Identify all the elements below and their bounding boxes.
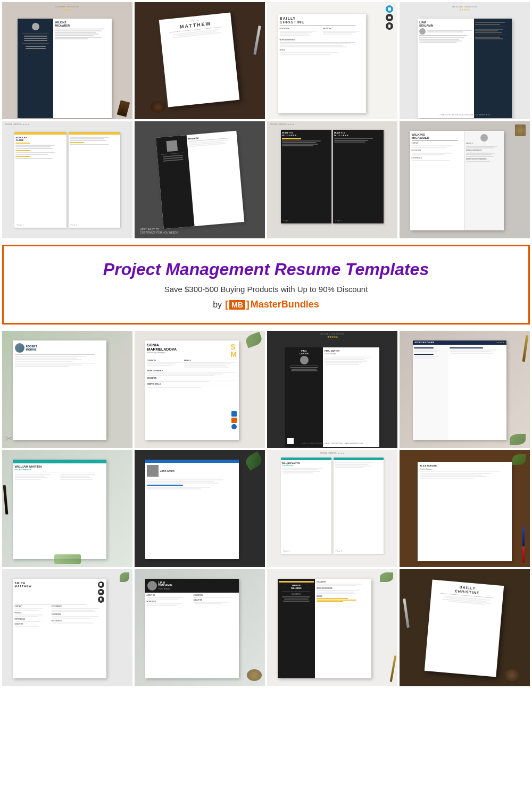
paper-12: NICHOLAS CLAIRE ★★★★★	[413, 340, 506, 440]
grid-item-19[interactable]: MARTINWILLIAMS EDUCATION EDUCATION WORK …	[267, 569, 397, 686]
paper-9: ROBERTMORRIS	[13, 340, 106, 440]
grid-item-6[interactable]: Resume VERY EASY TOCUSTOMIZE FOR YOU NEE…	[135, 121, 265, 238]
banner-title: Project Management Resume Templates	[14, 259, 518, 279]
brand-name-text: MasterBundles	[251, 299, 319, 310]
grid-item-4[interactable]: RESUME INVENTOR ★★★★★ LIAMBENJAMIN	[400, 2, 530, 119]
grid-item-14[interactable]: John Smith	[135, 450, 265, 567]
paper-3: BAILLYCHRISTINE EDUCATION ABOUT ME	[278, 14, 367, 113]
paper-16: ALICE MORGAN Graphic Designer	[418, 462, 511, 561]
grid-item-17[interactable]: SMITHMATTHEW CONTACT PROFILE	[2, 569, 132, 686]
paper-13: WILLIAM MARTIN PROJECT MANAGER	[13, 460, 106, 559]
paper-18: LIAMBENJAMIN Project Manager ABOUT ME WO…	[145, 579, 239, 678]
paper-4: LIAMBENJAMIN	[418, 19, 511, 118]
paper-8: WILKINSMICAWBER CONTACT EDUCATION EXPERI…	[410, 131, 504, 230]
grid-item-11[interactable]: RESUME INVENTOR ★★★★★ PAULCARTER PAUL CA…	[267, 331, 397, 448]
paper-17: SMITHMATTHEW CONTACT PROFILE	[13, 579, 106, 678]
stars-1: ★★★★★	[55, 8, 79, 11]
paper-14: John Smith	[145, 460, 239, 559]
grid-item-18[interactable]: LIAMBENJAMIN Project Manager ABOUT ME WO…	[135, 569, 265, 686]
paper-2: SMITH MATTHEW	[159, 13, 239, 107]
grid-item-3[interactable]: BAILLYCHRISTINE EDUCATION ABOUT ME	[267, 2, 397, 119]
brand-mb-text: MB	[229, 300, 245, 310]
grid-item-13[interactable]: WILLIAM MARTIN PROJECT MANAGER	[2, 450, 132, 567]
paper-10: SONIAMARMELADOVA Marketing Manager SM CO…	[145, 340, 239, 440]
grid-item-9[interactable]: ROBERTMORRIS ✂	[2, 331, 132, 448]
grid-item-2[interactable]: SMITH MATTHEW	[135, 2, 265, 119]
paper-11: PAULCARTER PAUL CARTER Project Manager	[285, 347, 379, 447]
grid-item-10[interactable]: SONIAMARMELADOVA Marketing Manager SM CO…	[135, 331, 265, 448]
bottom-grid-row3: SMITHMATTHEW CONTACT PROFILE	[0, 569, 532, 688]
paper-19: MARTINWILLIAMS EDUCATION EDUCATION WORK …	[278, 579, 371, 678]
banner-section: Project Management Resume Templates Save…	[2, 245, 530, 325]
grid-item-1[interactable]: RESUME INVENTOR ★★★★★ WILKINSMICAWBER	[2, 2, 132, 119]
banner-by: by	[213, 300, 222, 310]
banner-brand: by [ MB ] MasterBundles	[14, 299, 518, 310]
action-buttons-3	[386, 5, 393, 30]
top-grid-row1: RESUME INVENTOR ★★★★★ WILKINSMICAWBER	[0, 0, 532, 121]
grid-item-16[interactable]: ALICE MORGAN Graphic Designer	[400, 450, 530, 567]
bottom-grid-row2: WILLIAM MARTIN PROJECT MANAGER	[0, 450, 532, 569]
brand-logo: [ MB ] MasterBundles	[225, 299, 319, 310]
grid-item-20[interactable]: BAILLYCHRISTINE	[400, 569, 530, 686]
top-grid-row2: RESUME INVENTOR ★★★★★ NICHOLASCLAIRE	[0, 121, 532, 240]
grid-item-5[interactable]: RESUME INVENTOR ★★★★★ NICHOLASCLAIRE	[2, 121, 132, 238]
grid-item-15[interactable]: RESUME INVENTOR ★★★★★ WILLIAM MARTIN Pro…	[267, 450, 397, 567]
stars-4: ★★★★★	[452, 8, 477, 11]
bottom-grid-row1: ROBERTMORRIS ✂ SONIAMARMELADOVA	[0, 329, 532, 450]
grid-item-8[interactable]: WILKINSMICAWBER CONTACT EDUCATION EXPERI…	[400, 121, 530, 238]
paper-1: WILKINSMICAWBER	[18, 19, 111, 118]
paper-20: BAILLYCHRISTINE	[425, 579, 504, 677]
grid-item-7[interactable]: RESUME INVENTOR ★★★★★ MARTINWILLIAMS Pag…	[267, 121, 397, 238]
paper-6: Resume	[155, 131, 244, 229]
grid-item-12[interactable]: NICHOLAS CLAIRE ★★★★★	[400, 331, 530, 448]
banner-subtitle: Save $300-500 Buying Products with Up to…	[14, 285, 518, 294]
